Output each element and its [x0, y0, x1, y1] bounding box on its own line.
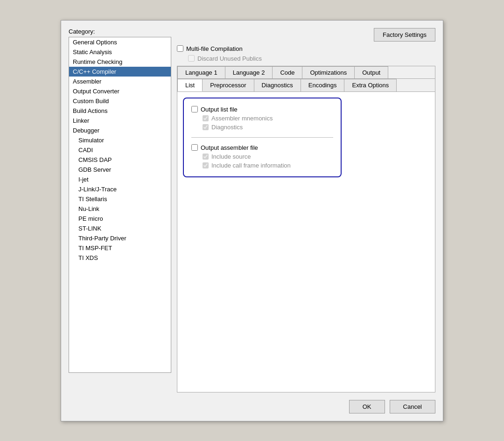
output-list-file-checkbox[interactable]: [191, 106, 198, 112]
content-box: Output list file Assembler mnemonics Dia…: [183, 98, 342, 177]
category-list: General OptionsStatic AnalysisRuntime Ch…: [69, 37, 171, 373]
tab-code[interactable]: Code: [272, 66, 302, 78]
tab2-diagnostics[interactable]: Diagnostics: [254, 79, 301, 91]
sidebar-item-output-converter[interactable]: Output Converter: [69, 86, 171, 96]
sidebar-item-simulator[interactable]: Simulator: [69, 135, 171, 145]
main-dialog: Category: General OptionsStatic Analysis…: [61, 20, 443, 421]
diagnostics-label: Diagnostics: [211, 124, 243, 131]
tab-row-1: Language 1Language 2CodeOptimizationsOut…: [177, 66, 435, 79]
factory-settings-button[interactable]: Factory Settings: [374, 28, 435, 42]
sidebar-item-c-c---compiler[interactable]: C/C++ Compiler: [69, 67, 171, 77]
tab-output[interactable]: Output: [354, 66, 388, 78]
tab2-encodings[interactable]: Encodings: [301, 79, 345, 91]
main-panel: Factory Settings Multi-file Compilation …: [177, 28, 435, 392]
diagnostics-checkbox[interactable]: [203, 124, 209, 130]
multi-file-compilation-checkbox[interactable]: [177, 45, 183, 52]
tab-language-2[interactable]: Language 2: [225, 66, 273, 78]
diagnostics-row: Diagnostics: [203, 124, 333, 131]
assembler-mnemonics-row: Assembler mnemonics: [203, 115, 333, 122]
output-list-file-row: Output list file: [191, 106, 333, 113]
discard-unused-checkbox[interactable]: [188, 55, 195, 62]
include-source-label: Include source: [211, 153, 251, 160]
sidebar-item-third-party-driver[interactable]: Third-Party Driver: [69, 233, 171, 243]
sidebar-item-st-link[interactable]: ST-LINK: [69, 224, 171, 233]
tab2-list[interactable]: List: [177, 79, 203, 91]
top-bar: Factory Settings: [177, 28, 435, 42]
sidebar-item-ti-xds[interactable]: TI XDS: [69, 253, 171, 263]
dialog-footer: OK Cancel: [69, 392, 435, 413]
sidebar-item-general-options[interactable]: General Options: [69, 37, 171, 47]
sidebar-item-nu-link[interactable]: Nu-Link: [69, 204, 171, 214]
sidebar-item-ti-stellaris[interactable]: TI Stellaris: [69, 194, 171, 204]
tab-language-1[interactable]: Language 1: [177, 66, 225, 78]
cancel-button[interactable]: Cancel: [390, 400, 435, 413]
tab2-extra-options[interactable]: Extra Options: [344, 79, 397, 91]
sidebar-item-build-actions[interactable]: Build Actions: [69, 106, 171, 116]
sidebar-item-pe-micro[interactable]: PE micro: [69, 214, 171, 224]
sidebar-item-ti-msp-fet[interactable]: TI MSP-FET: [69, 243, 171, 253]
category-label: Category:: [69, 28, 171, 35]
output-list-file-group: Output list file Assembler mnemonics Dia…: [191, 106, 333, 131]
tab2-preprocessor[interactable]: Preprocessor: [202, 79, 254, 91]
discard-unused-label: Discard Unused Publics: [197, 55, 262, 62]
tab-row-2: ListPreprocessorDiagnosticsEncodingsExtr…: [177, 79, 435, 92]
assembler-mnemonics-label: Assembler mnemonics: [211, 115, 273, 122]
sidebar: Category: General OptionsStatic Analysis…: [69, 28, 171, 392]
discard-unused-row: Discard Unused Publics: [188, 55, 435, 62]
include-source-row: Include source: [203, 153, 333, 160]
separator: [191, 137, 333, 138]
output-assembler-file-checkbox[interactable]: [191, 144, 198, 151]
assembler-mnemonics-checkbox[interactable]: [203, 115, 209, 121]
sidebar-item-runtime-checking[interactable]: Runtime Checking: [69, 57, 171, 67]
sidebar-item-custom-build[interactable]: Custom Build: [69, 96, 171, 106]
sidebar-item-j-link-j-trace[interactable]: J-Link/J-Trace: [69, 184, 171, 194]
include-call-frame-checkbox[interactable]: [203, 162, 209, 168]
sidebar-item-i-jet[interactable]: I-jet: [69, 175, 171, 184]
tab-content: Output list file Assembler mnemonics Dia…: [177, 92, 435, 392]
multi-file-compilation-row: Multi-file Compilation: [177, 45, 435, 52]
output-list-file-label: Output list file: [201, 106, 238, 113]
include-call-frame-label: Include call frame information: [211, 162, 291, 169]
sidebar-item-assembler[interactable]: Assembler: [69, 77, 171, 86]
sidebar-item-cmsis-dap[interactable]: CMSIS DAP: [69, 155, 171, 165]
ok-button[interactable]: OK: [349, 400, 385, 413]
sidebar-item-gdb-server[interactable]: GDB Server: [69, 165, 171, 175]
sidebar-item-debugger[interactable]: Debugger: [69, 126, 171, 135]
output-assembler-file-group: Output assembler file Include source Inc…: [191, 144, 333, 169]
sidebar-item-linker[interactable]: Linker: [69, 116, 171, 126]
output-assembler-file-row: Output assembler file: [191, 144, 333, 151]
sidebar-item-cadi[interactable]: CADI: [69, 145, 171, 155]
multi-file-compilation-label: Multi-file Compilation: [186, 45, 243, 52]
tab-optimizations[interactable]: Optimizations: [302, 66, 355, 78]
include-source-checkbox[interactable]: [203, 154, 209, 160]
sidebar-item-static-analysis[interactable]: Static Analysis: [69, 47, 171, 57]
tabs-container: Language 1Language 2CodeOptimizationsOut…: [177, 66, 435, 392]
include-call-frame-row: Include call frame information: [203, 162, 333, 169]
options-area: Multi-file Compilation Discard Unused Pu…: [177, 45, 435, 62]
output-assembler-file-label: Output assembler file: [201, 144, 258, 151]
